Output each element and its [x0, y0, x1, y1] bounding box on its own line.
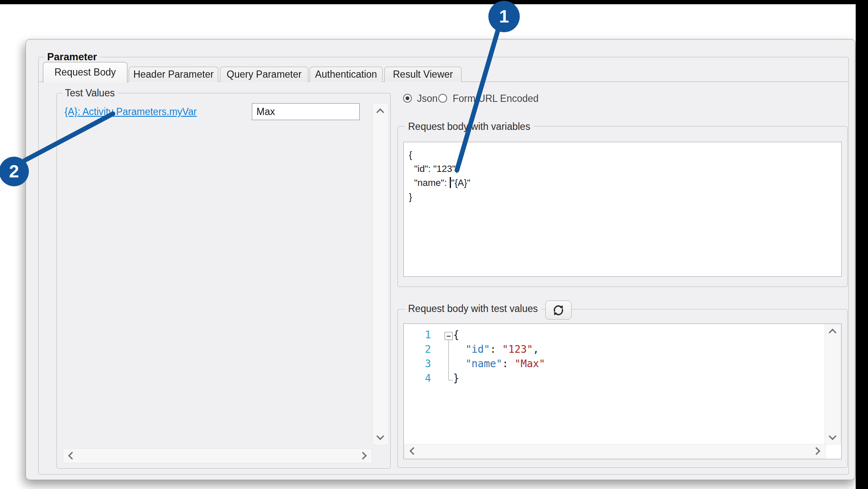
test-value-input[interactable] [252, 103, 360, 120]
code-vertical-scrollbar[interactable] [825, 324, 841, 444]
line-number: 4 [404, 372, 438, 384]
code-text: { [453, 329, 459, 341]
test-values-horizontal-scrollbar[interactable] [63, 448, 372, 463]
tab-authentication[interactable]: Authentication [310, 67, 383, 82]
code-horizontal-scrollbar[interactable] [404, 444, 826, 458]
editor-line: } [409, 190, 836, 204]
code-text: "name": "Max" [453, 358, 545, 370]
radio-json-label[interactable]: Json [417, 93, 438, 104]
request-body-test-values-title: Request body with test values [405, 303, 541, 315]
tab-header-parameter[interactable]: Header Parameter [129, 67, 218, 82]
request-body-test-values-viewer[interactable]: 1{2 "id": "123",3 "name": "Max"4} [403, 323, 842, 459]
code-text: } [453, 372, 459, 384]
test-values-vertical-scrollbar[interactable] [372, 103, 389, 445]
scroll-right-icon[interactable] [359, 452, 366, 459]
code-line: 3 "name": "Max" [404, 357, 824, 371]
radio-form-url-encoded[interactable] [438, 94, 447, 103]
radio-form-url-encoded-label[interactable]: Form URL Encoded [453, 93, 538, 104]
editor-line: "id": "123", [409, 162, 836, 176]
scroll-down-icon[interactable] [829, 432, 836, 440]
code-lines: 1{2 "id": "123",3 "name": "Max"4} [404, 328, 824, 385]
test-values-groupbox-title: Test Values [62, 87, 118, 99]
refresh-button[interactable] [545, 301, 572, 320]
scroll-right-icon[interactable] [812, 447, 820, 455]
line-number: 1 [404, 329, 438, 341]
parameter-dialog: Parameter Request Body Header Parameter … [25, 39, 855, 480]
editor-line: { [409, 148, 836, 162]
code-text: "id": "123", [453, 343, 539, 355]
text-caret [450, 177, 451, 188]
line-number: 3 [404, 358, 438, 370]
callout-1-badge: 1 [488, 1, 520, 32]
request-body-variables-title: Request body with variables [405, 121, 533, 132]
scroll-down-icon[interactable] [376, 432, 384, 440]
screenshot-root: { "window": { "group_title": "Parameter"… [0, 0, 868, 489]
request-body-variables-editor[interactable]: { "id": "123", "name": "{A}"} [403, 142, 842, 277]
test-values-groupbox [56, 93, 391, 469]
callout-2-badge: 2 [0, 157, 29, 186]
refresh-sync-icon [551, 303, 566, 318]
radio-json[interactable] [403, 94, 412, 103]
code-fold-toggle-icon[interactable] [445, 332, 453, 340]
tab-result-viewer[interactable]: Result Viewer [384, 67, 462, 82]
tab-request-body[interactable]: Request Body [43, 62, 127, 82]
activity-parameter-variable-link[interactable]: {A}: Activity Parameters.myVar [65, 106, 197, 118]
parameter-groupbox-title: Parameter [44, 51, 100, 62]
scroll-left-icon[interactable] [409, 447, 417, 455]
code-line: 1{ [404, 328, 824, 342]
code-line: 2 "id": "123", [404, 342, 824, 357]
screenshot-top-border [0, 0, 868, 4]
scroll-left-icon[interactable] [68, 452, 76, 459]
code-line: 4} [404, 371, 824, 385]
tab-query-parameter[interactable]: Query Parameter [220, 67, 308, 82]
line-number: 2 [404, 343, 438, 355]
scroll-up-icon[interactable] [829, 329, 836, 336]
editor-line: "name": "{A}" [409, 176, 836, 190]
scroll-up-icon[interactable] [376, 108, 384, 116]
screenshot-right-border [856, 0, 868, 489]
